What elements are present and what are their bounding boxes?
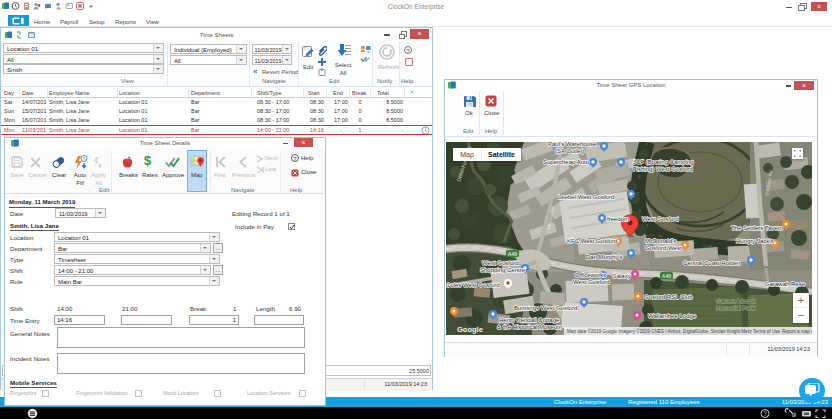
svg-text:Garawah Rese: Garawah Rese	[765, 281, 806, 287]
svg-text:Leebel West Gosford: Leebel West Gosford	[558, 194, 614, 200]
svg-text:Wallambee Lodge: Wallambee Lodge	[648, 313, 697, 319]
svg-text:Officeworks: Officeworks	[575, 272, 606, 278]
svg-text:A49: A49	[662, 273, 671, 279]
svg-text:Coles West Gosford: Coles West Gosford	[446, 282, 500, 288]
svg-text:Henry Kendall Cottage: Henry Kendall Cottage	[499, 317, 560, 323]
svg-text:Report a map error: Report a map error	[782, 329, 812, 334]
svg-text:Supercheap Auto: Supercheap Auto	[543, 159, 590, 165]
svg-text:(SA Outlet): (SA Outlet)	[555, 148, 584, 154]
svg-text:JCF (Boating Camping: JCF (Boating Camping	[633, 159, 694, 165]
svg-text:Hungry Jack's: Hungry Jack's	[736, 238, 774, 244]
svg-text:Bunnings West Gosford: Bunnings West Gosford	[514, 305, 577, 311]
svg-text:West Gosford: West Gosford	[642, 216, 679, 222]
svg-text:Paul's Warehouse: Paul's Warehouse	[548, 142, 597, 147]
svg-text:freedom: freedom	[607, 216, 629, 222]
svg-text:Dan Murphy's: Dan Murphy's	[586, 254, 623, 260]
svg-text:McDonald's: McDonald's	[645, 238, 676, 244]
svg-text:Gosford RSL Club: Gosford RSL Club	[644, 294, 693, 300]
svg-text:Gosford West: Gosford West	[645, 245, 682, 251]
svg-text:KFC West Gosford: KFC West Gosford	[567, 238, 617, 244]
svg-text:Map data ©2019 Google Imagery: Map data ©2019 Google Imagery ©2019 CNES…	[567, 328, 752, 334]
svg-text:The Settlers Tavern: The Settlers Tavern	[731, 225, 783, 231]
svg-text:?: ?	[763, 410, 767, 417]
svg-text:Central Coast Holden: Central Coast Holden	[683, 260, 740, 266]
svg-text:Memorial Park: Memorial Park	[716, 305, 756, 311]
svg-text:West Gosford: West Gosford	[573, 279, 610, 285]
svg-text:Galaxy: Galaxy	[612, 273, 631, 279]
svg-text:Garnet Adcock: Garnet Adcock	[716, 298, 756, 304]
svg-text:Shopping Centre: Shopping Centre	[480, 267, 526, 273]
svg-text:Google: Google	[457, 325, 483, 334]
svg-text:& the Historical Museum: & the Historical Museum	[497, 324, 562, 330]
svg-text:Terms of Use: Terms of Use	[753, 329, 781, 334]
svg-text:A49: A49	[508, 251, 517, 257]
svg-text:Fishing) West Gosford: Fishing) West Gosford	[633, 166, 693, 172]
svg-text:West Gosford: West Gosford	[482, 260, 519, 266]
